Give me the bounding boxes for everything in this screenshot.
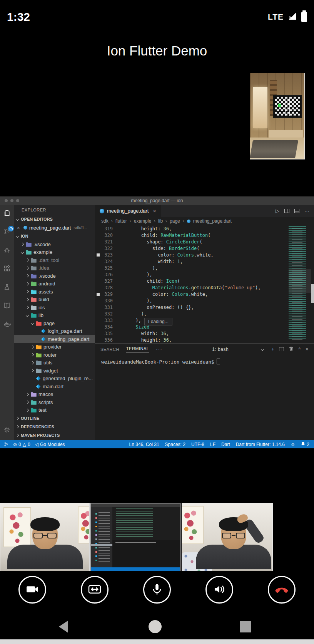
go-modules-indicator[interactable]: ◁ Go Modules bbox=[35, 442, 65, 447]
chevron-down-icon bbox=[16, 218, 19, 221]
screenshare-video[interactable]: meeting_page.dart — ion bbox=[0, 196, 314, 448]
speaker-button[interactable] bbox=[205, 576, 233, 604]
camera-scene bbox=[182, 503, 272, 571]
tree-item[interactable]: build bbox=[14, 296, 95, 304]
explorer-icon[interactable] bbox=[3, 209, 11, 217]
tab-terminal[interactable]: TERMINAL bbox=[126, 346, 149, 352]
language-mode[interactable]: Dart bbox=[221, 442, 230, 447]
android-back-button[interactable] bbox=[59, 621, 68, 633]
camera-toggle-button[interactable] bbox=[18, 576, 46, 604]
shell-select[interactable]: 1: bash bbox=[209, 346, 267, 353]
android-home-button[interactable] bbox=[149, 620, 162, 633]
feedback-smiley-icon[interactable]: ☺ bbox=[291, 442, 295, 447]
settings-gear-icon[interactable] bbox=[3, 426, 11, 434]
tree-item[interactable]: .idea bbox=[14, 264, 95, 272]
participant-tile-local-camera[interactable] bbox=[0, 503, 90, 571]
maximize-panel-icon[interactable]: ^ bbox=[298, 346, 301, 352]
tree-item[interactable]: example bbox=[14, 248, 95, 257]
switch-camera-button[interactable] bbox=[81, 576, 109, 604]
chevron-right-icon bbox=[26, 267, 29, 270]
chevron-right-icon bbox=[26, 298, 29, 301]
tree-item[interactable]: login_page.dart bbox=[14, 327, 95, 335]
docker-icon[interactable] bbox=[3, 320, 11, 328]
problems-indicator[interactable]: ⊘ 0 △ 0 bbox=[13, 442, 30, 447]
kill-terminal-icon[interactable] bbox=[289, 346, 294, 352]
breadcrumb-item[interactable]: lib bbox=[158, 218, 163, 224]
section-outline[interactable]: OUTLINE bbox=[14, 414, 95, 423]
close-tab-icon[interactable]: × bbox=[153, 208, 156, 214]
breadcrumb-item[interactable]: sdk bbox=[101, 218, 109, 224]
dart-file-icon bbox=[23, 226, 27, 230]
tree-item[interactable]: page bbox=[14, 319, 95, 327]
breadcrumb-item[interactable]: example bbox=[134, 218, 151, 224]
extensions-icon[interactable] bbox=[3, 265, 11, 272]
tree-item[interactable]: router bbox=[14, 351, 95, 359]
test-beaker-icon[interactable] bbox=[3, 283, 11, 291]
tab-search[interactable]: SEARCH bbox=[100, 347, 119, 352]
microphone-button[interactable] bbox=[143, 576, 171, 604]
folder-icon bbox=[31, 392, 37, 397]
tree-item[interactable]: .dart_tool bbox=[14, 256, 95, 264]
tree-item[interactable]: ios bbox=[14, 304, 95, 312]
tree-item[interactable]: .vscode bbox=[14, 240, 95, 248]
notifications[interactable]: 2 bbox=[301, 441, 309, 448]
app-title: Ion Flutter Demo bbox=[0, 40, 314, 62]
breadcrumb-item[interactable]: page bbox=[170, 218, 180, 224]
source-control-icon[interactable] bbox=[3, 228, 11, 235]
android-recent-button[interactable] bbox=[240, 621, 251, 632]
new-terminal-icon[interactable]: + bbox=[271, 346, 274, 352]
close-icon[interactable]: × bbox=[17, 225, 22, 231]
tree-item[interactable]: utils bbox=[14, 359, 95, 367]
code-line: 327 child: Icon( bbox=[95, 278, 314, 284]
breadcrumb-item[interactable]: meeting_page.dart bbox=[193, 218, 232, 224]
dart-sdk[interactable]: Dart from Flutter: 1.14.6 bbox=[236, 442, 285, 447]
folder-icon bbox=[26, 242, 32, 247]
layout-icon[interactable] bbox=[294, 209, 299, 213]
tree-item[interactable]: assets bbox=[14, 288, 95, 296]
section-open-editors[interactable]: OPEN EDITORS bbox=[14, 215, 95, 223]
breakpoint-icon[interactable] bbox=[95, 293, 101, 296]
tree-item[interactable]: generated_plugin_re... bbox=[14, 375, 95, 383]
section-dependencies[interactable]: DEPENDENCIES bbox=[14, 423, 95, 431]
more-icon[interactable]: ··· bbox=[156, 347, 162, 352]
tree-item[interactable]: meeting_page.dart bbox=[14, 335, 95, 343]
breadcrumb-item[interactable]: flutter bbox=[115, 218, 127, 224]
tree-item[interactable]: lib bbox=[14, 312, 95, 320]
tree-item[interactable]: android bbox=[14, 280, 95, 288]
docs-book-icon[interactable] bbox=[3, 302, 11, 309]
encoding[interactable]: UTF-8 bbox=[191, 442, 204, 447]
folder-icon bbox=[36, 368, 42, 373]
more-actions-icon[interactable]: ··· bbox=[304, 208, 309, 214]
editor-tab-meeting-page[interactable]: meeting_page.dart × bbox=[95, 205, 161, 217]
section-project[interactable]: ION bbox=[14, 232, 95, 240]
code-line: 332 ), bbox=[95, 310, 314, 317]
minimap[interactable] bbox=[289, 226, 311, 340]
close-panel-icon[interactable]: × bbox=[306, 346, 309, 352]
tree-item[interactable]: provider bbox=[14, 343, 95, 351]
remote-video-tile[interactable] bbox=[250, 73, 305, 159]
run-icon[interactable]: ▷ bbox=[276, 208, 279, 214]
eol[interactable]: LF bbox=[210, 442, 215, 447]
code-editor[interactable]: 319 height: 36,320 child: RawMaterialBut… bbox=[95, 225, 314, 343]
split-editor-icon[interactable] bbox=[284, 209, 289, 213]
tree-item[interactable]: main.dart bbox=[14, 382, 95, 391]
tree-item[interactable]: .vscode bbox=[14, 272, 95, 280]
section-maven-projects[interactable]: MAVEN PROJECTS bbox=[14, 431, 95, 439]
tree-item[interactable]: widget bbox=[14, 367, 95, 375]
participant-tile-screen-share[interactable] bbox=[90, 503, 180, 571]
cursor-position[interactable]: Ln 346, Col 31 bbox=[129, 442, 159, 447]
split-terminal-icon[interactable] bbox=[279, 347, 284, 351]
breakpoint-icon[interactable] bbox=[95, 253, 101, 257]
window-controls[interactable] bbox=[5, 199, 19, 202]
editor-scrollbar[interactable] bbox=[311, 284, 314, 303]
tree-item[interactable]: macos bbox=[14, 391, 95, 399]
hangup-button[interactable] bbox=[268, 576, 296, 604]
indentation[interactable]: Spaces: 2 bbox=[165, 442, 185, 447]
tree-item[interactable]: test bbox=[14, 406, 95, 414]
open-editor-item[interactable]: × meeting_page.dart sdk/fl... bbox=[14, 223, 95, 232]
participant-tile-remote-camera[interactable] bbox=[182, 503, 273, 571]
debug-icon[interactable] bbox=[3, 246, 11, 254]
branch-icon[interactable] bbox=[4, 442, 8, 447]
terminal-output[interactable]: weiweiduandeMacBook-Pro:ion weiweiduan$ bbox=[95, 355, 314, 440]
tree-item[interactable]: scripts bbox=[14, 398, 95, 406]
